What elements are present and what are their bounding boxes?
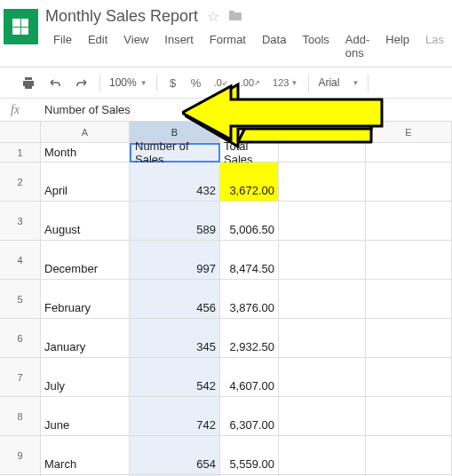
star-icon[interactable]: ☆ [207,8,219,25]
row-header[interactable]: 3 [0,202,41,241]
cell[interactable] [366,436,452,475]
cell[interactable]: March [41,436,130,475]
cell-c1[interactable]: Total Sales [220,143,279,163]
menu-tools[interactable]: Tools [294,29,337,63]
cell[interactable] [366,397,452,436]
increase-decimal[interactable]: .00↗ [235,71,266,94]
print-icon[interactable] [16,71,41,94]
cell[interactable]: June [41,397,130,436]
row-header[interactable]: 4 [0,241,41,280]
cell[interactable]: 3,876.00 [220,280,279,319]
cell[interactable]: 8,474.50 [220,241,279,280]
document-title[interactable]: Monthly Sales Report [45,7,198,26]
menu-view[interactable]: View [115,29,156,63]
cell[interactable] [366,319,452,358]
cell[interactable] [366,241,452,280]
cell[interactable]: January [41,319,130,358]
cell[interactable] [366,280,452,319]
row-header[interactable]: 5 [0,280,41,319]
cell-d1[interactable] [279,143,366,163]
cell[interactable]: 3,672.00 [220,163,279,202]
font-select[interactable]: Arial▼ [314,76,362,89]
cell[interactable] [279,436,366,475]
cell[interactable]: 6,307.00 [220,397,279,436]
col-header-d[interactable]: D [279,122,366,143]
cell[interactable]: 5,006.50 [220,202,279,241]
cell[interactable] [366,163,452,202]
cell[interactable]: 5,559.00 [220,436,279,475]
cell[interactable]: 542 [130,358,220,397]
cell[interactable]: 432 [130,163,220,202]
col-header-a[interactable]: A [41,122,130,143]
row-header[interactable]: 1 [0,143,41,163]
select-all-corner[interactable] [0,122,41,143]
cell[interactable] [279,202,366,241]
cell[interactable]: July [41,358,130,397]
col-header-e[interactable]: E [366,122,452,143]
cell[interactable]: 997 [130,241,220,280]
more-formats[interactable]: 123▼ [267,71,303,94]
cell[interactable] [279,397,366,436]
cell[interactable] [279,358,366,397]
cell[interactable]: February [41,280,130,319]
row-header[interactable]: 2 [0,163,41,202]
zoom-select[interactable]: 100%▼ [106,76,151,89]
cell[interactable]: August [41,202,130,241]
row-header[interactable]: 7 [0,358,41,397]
cell[interactable]: 2,932.50 [220,319,279,358]
folder-icon[interactable] [228,9,242,25]
cell-a1[interactable]: Month [41,143,130,163]
cell[interactable]: 345 [130,319,220,358]
menu-data[interactable]: Data [254,29,294,63]
menu-file[interactable]: File [45,29,80,63]
fx-label: fx [0,103,41,117]
toolbar: 100%▼ $ % .0↙ .00↗ 123▼ Arial▼ [0,67,452,99]
cell[interactable] [366,358,452,397]
cell[interactable]: 589 [130,202,220,241]
cell[interactable] [279,241,366,280]
cell[interactable]: 456 [130,280,220,319]
row-header[interactable]: 6 [0,319,41,358]
cell-e1[interactable] [366,143,452,163]
cell[interactable] [279,163,366,202]
cell[interactable] [366,202,452,241]
cell[interactable]: 654 [130,436,220,475]
cell[interactable]: 742 [130,397,220,436]
format-currency[interactable]: $ [163,71,184,94]
menu-last-edit[interactable]: Las [417,29,452,63]
row-header[interactable]: 9 [0,436,41,475]
undo-icon[interactable] [43,71,67,94]
spreadsheet-grid: A B C D E 1 Month Number of Sales Total … [0,122,452,476]
sheets-logo[interactable] [4,9,38,44]
format-percent[interactable]: % [186,71,207,94]
menu-bar: File Edit View Insert Format Data Tools … [45,29,452,63]
menu-help[interactable]: Help [377,29,417,63]
menu-edit[interactable]: Edit [80,29,115,63]
decrease-decimal[interactable]: .0↙ [209,71,234,94]
cell[interactable]: April [41,163,130,202]
row-header[interactable]: 8 [0,397,41,436]
menu-insert[interactable]: Insert [156,29,202,63]
cell-b1[interactable]: Number of Sales [130,143,220,163]
cell[interactable]: 4,607.00 [220,358,279,397]
redo-icon[interactable] [69,71,94,94]
menu-format[interactable]: Format [202,29,254,63]
cell[interactable]: December [41,241,130,280]
formula-bar[interactable]: Number of Sales [41,103,131,116]
cell[interactable] [279,319,366,358]
menu-addons[interactable]: Add-ons [337,29,377,63]
cell[interactable] [279,280,366,319]
